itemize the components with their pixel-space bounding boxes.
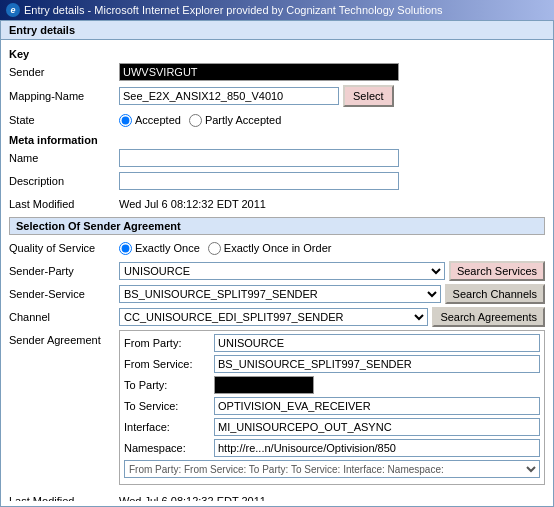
name-label: Name: [9, 152, 119, 164]
state-partly-accepted-label[interactable]: Partly Accepted: [189, 114, 281, 127]
from-party-label: From Party:: [124, 337, 214, 349]
from-party-input[interactable]: [214, 334, 540, 352]
last-modified-2-label: Last Modified: [9, 495, 119, 501]
state-accepted-radio[interactable]: [119, 114, 132, 127]
sender-field: [119, 63, 545, 81]
title-bar: e Entry details - Microsoft Internet Exp…: [0, 0, 554, 20]
sender-party-row: Sender-Party UNISOURCE Search Services: [9, 261, 545, 281]
state-label: State: [9, 114, 119, 126]
namespace-row: Namespace:: [124, 439, 540, 457]
qos-exactly-once-order-radio[interactable]: [208, 242, 221, 255]
sender-agreement-row: Sender Agreement From Party: From Servic…: [9, 330, 545, 488]
to-service-label: To Service:: [124, 400, 214, 412]
description-field: [119, 172, 545, 190]
select-button[interactable]: Select: [343, 85, 394, 107]
interface-row: Interface:: [124, 418, 540, 436]
qos-label: Quality of Service: [9, 242, 119, 254]
from-service-label: From Service:: [124, 358, 214, 370]
name-row: Name: [9, 148, 545, 168]
mapping-name-input[interactable]: [119, 87, 339, 105]
mapping-name-field: Select: [119, 85, 545, 107]
description-label: Description: [9, 175, 119, 187]
last-modified-1-value: Wed Jul 6 08:12:32 EDT 2011: [119, 198, 545, 210]
window-body: Entry details Key Sender Mapping-Name Se…: [0, 20, 554, 507]
from-service-row: From Service:: [124, 355, 540, 373]
meta-section-header: Meta information: [9, 134, 545, 146]
search-channels-button[interactable]: Search Channels: [445, 284, 545, 304]
from-party-row: From Party:: [124, 334, 540, 352]
state-accepted-label[interactable]: Accepted: [119, 114, 181, 127]
qos-exactly-once-radio[interactable]: [119, 242, 132, 255]
sender-agreement-label: Sender Agreement: [9, 330, 119, 346]
to-party-row: To Party:: [124, 376, 540, 394]
channel-row: Channel CC_UNISOURCE_EDI_SPLIT997_SENDER…: [9, 307, 545, 327]
channel-label: Channel: [9, 311, 119, 323]
state-partly-accepted-radio[interactable]: [189, 114, 202, 127]
agreement-dropdown-row: From Party: From Service: To Party: To S…: [124, 460, 540, 478]
channel-field: CC_UNISOURCE_EDI_SPLIT997_SENDER Search …: [119, 307, 545, 327]
channel-dropdown[interactable]: CC_UNISOURCE_EDI_SPLIT997_SENDER: [119, 308, 428, 326]
namespace-label: Namespace:: [124, 442, 214, 454]
name-input[interactable]: [119, 149, 399, 167]
sender-service-row: Sender-Service BS_UNISOURCE_SPLIT997_SEN…: [9, 284, 545, 304]
agreement-dropdown[interactable]: From Party: From Service: To Party: To S…: [124, 460, 540, 478]
state-row: State Accepted Partly Accepted: [9, 110, 545, 130]
sender-label: Sender: [9, 66, 119, 78]
description-input[interactable]: [119, 172, 399, 190]
to-service-row: To Service:: [124, 397, 540, 415]
qos-exactly-once-order-label[interactable]: Exactly Once in Order: [208, 242, 332, 255]
sender-agreement-details: From Party: From Service: To Party: To S…: [119, 330, 545, 485]
name-field: [119, 149, 545, 167]
key-section-header: Key: [9, 48, 545, 60]
last-modified-1-row: Last Modified Wed Jul 6 08:12:32 EDT 201…: [9, 194, 545, 214]
qos-row: Quality of Service Exactly Once Exactly …: [9, 238, 545, 258]
title-text: Entry details - Microsoft Internet Explo…: [24, 4, 443, 16]
content-area: Key Sender Mapping-Name Select State Acc…: [1, 40, 553, 501]
from-service-input[interactable]: [214, 355, 540, 373]
sender-service-label: Sender-Service: [9, 288, 119, 300]
sender-service-field: BS_UNISOURCE_SPLIT997_SENDER Search Chan…: [119, 284, 545, 304]
last-modified-1-label: Last Modified: [9, 198, 119, 210]
panel-title: Entry details: [1, 21, 553, 40]
description-row: Description: [9, 171, 545, 191]
interface-label: Interface:: [124, 421, 214, 433]
qos-exactly-once-label[interactable]: Exactly Once: [119, 242, 200, 255]
interface-input[interactable]: [214, 418, 540, 436]
last-modified-2-row: Last Modified Wed Jul 6 08:12:32 EDT 201…: [9, 491, 545, 501]
sender-service-dropdown[interactable]: BS_UNISOURCE_SPLIT997_SENDER: [119, 285, 441, 303]
to-party-input[interactable]: [214, 376, 314, 394]
mapping-name-label: Mapping-Name: [9, 90, 119, 102]
mapping-name-row: Mapping-Name Select: [9, 85, 545, 107]
sender-row: Sender: [9, 62, 545, 82]
search-agreements-button[interactable]: Search Agreements: [432, 307, 545, 327]
last-modified-2-value: Wed Jul 6 08:12:32 EDT 2011: [119, 495, 545, 501]
search-services-button[interactable]: Search Services: [449, 261, 545, 281]
sender-party-field: UNISOURCE Search Services: [119, 261, 545, 281]
to-service-input[interactable]: [214, 397, 540, 415]
sender-party-label: Sender-Party: [9, 265, 119, 277]
sender-input[interactable]: [119, 63, 399, 81]
sender-party-dropdown[interactable]: UNISOURCE: [119, 262, 445, 280]
state-field: Accepted Partly Accepted: [119, 114, 545, 127]
to-party-label: To Party:: [124, 379, 214, 391]
ie-icon: e: [6, 3, 20, 17]
selection-section-header: Selection Of Sender Agreement: [9, 217, 545, 235]
namespace-input[interactable]: [214, 439, 540, 457]
qos-field: Exactly Once Exactly Once in Order: [119, 242, 545, 255]
